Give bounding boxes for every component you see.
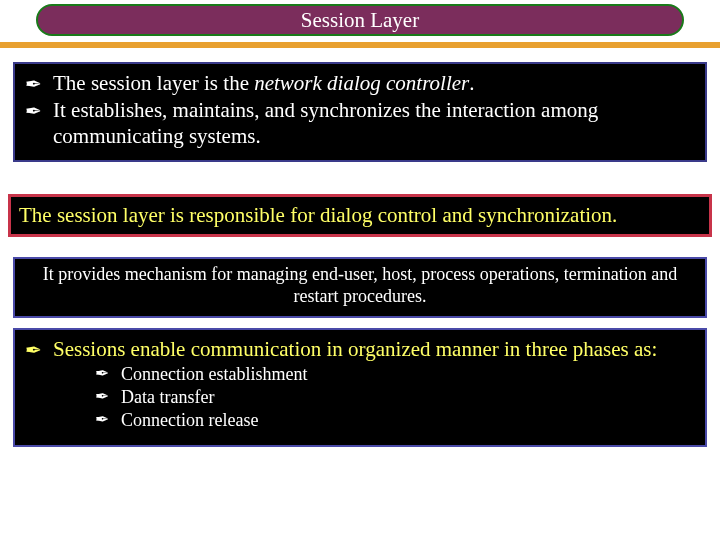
bullet-icon: ✒ [95, 363, 121, 385]
sub-bullet-row: ✒ Connection release [25, 409, 695, 432]
text-fragment: The session layer is the [53, 71, 254, 95]
title-box: Session Layer [36, 4, 684, 36]
bullet-icon: ✒ [25, 336, 53, 363]
text-fragment: . [469, 71, 474, 95]
intro-box: ✒ The session layer is the network dialo… [13, 62, 707, 162]
mechanism-text: It provides mechanism for managing end-u… [43, 264, 678, 307]
phases-box: ✒ Sessions enable communication in organ… [13, 328, 707, 447]
slide-title: Session Layer [301, 8, 419, 33]
highlight-text: The session layer is responsible for dia… [19, 203, 617, 227]
phase-item: Connection release [121, 409, 258, 432]
phase-item: Connection establishment [121, 363, 307, 386]
bullet-icon: ✒ [95, 409, 121, 431]
bullet-text: It establishes, maintains, and synchroni… [53, 97, 695, 150]
sub-bullet-row: ✒ Connection establishment [25, 363, 695, 386]
mechanism-box: It provides mechanism for managing end-u… [13, 257, 707, 318]
divider-rule [0, 42, 720, 48]
bullet-row: ✒ It establishes, maintains, and synchro… [25, 97, 695, 150]
phases-intro: Sessions enable communication in organiz… [53, 336, 695, 362]
bullet-row: ✒ The session layer is the network dialo… [25, 70, 695, 97]
highlight-box: The session layer is responsible for dia… [8, 194, 712, 237]
bullet-icon: ✒ [25, 97, 53, 124]
sub-bullet-row: ✒ Data transfer [25, 386, 695, 409]
bullet-row: ✒ Sessions enable communication in organ… [25, 336, 695, 363]
bullet-text: The session layer is the network dialog … [53, 70, 695, 96]
bullet-icon: ✒ [95, 386, 121, 408]
phase-item: Data transfer [121, 386, 214, 409]
emphasis-text: network dialog controller [254, 71, 469, 95]
bullet-icon: ✒ [25, 70, 53, 97]
